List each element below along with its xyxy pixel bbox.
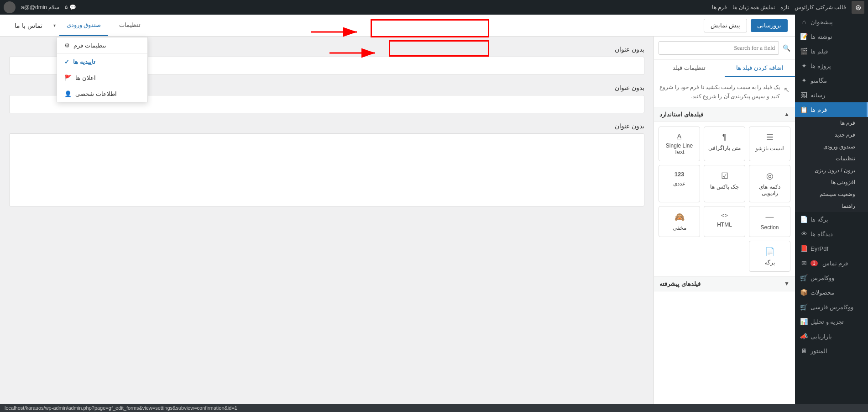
form-section-3: بدون عنوان [9,122,644,206]
sidebar-item-products[interactable]: محصولات 📦 [795,285,868,300]
forms-link[interactable]: فرم ها [712,4,727,11]
submenu-import-export[interactable]: برون / درون ریزی [795,164,868,176]
dropdown-confirmations[interactable]: تاییدیه ها ✓ [57,54,147,70]
collapse-advanced-icon: ▼ [784,280,790,287]
sidebar-label-monitor: المنتور [810,348,827,354]
dropdown-notifications[interactable]: اعلان ها 🚩 [57,70,147,86]
fields-panel: 🔍 اضافه کردن فیلد ها تنظیمات فیلد ↖ یک ف… [654,37,795,412]
field-section[interactable]: — Section [749,206,790,237]
wp-sidebar: پیشخوان ⌂ نوشته ها 📝 فیلم ها 🎬 پروژه ها … [795,15,868,412]
sidebar-item-projects[interactable]: پروژه ها ✦ [795,58,868,73]
field-paragraph[interactable]: ¶ متن پاراگرافی [704,127,745,161]
standard-fields-grid: ☰ لیست بازشو ¶ متن پاراگرافی A Single Li… [654,122,795,276]
sidebar-item-media[interactable]: رسانه 🖼 [795,88,868,102]
wp-logo[interactable]: ⊛ [852,1,864,14]
sidebar-item-eyepdf[interactable]: EyrPdf 📕 [795,241,868,256]
sidebar-item-pages[interactable]: برگه ها 📄 [795,212,868,227]
paragraph-icon: ¶ [722,132,727,142]
check-icon: ✓ [64,58,69,65]
dropdown-label-personal-data: اطلاعات شخصی [75,90,117,97]
sidebar-label-woo-fa: ووکامرس فارسی [810,304,853,311]
collapse-standard-icon: ▲ [784,111,790,117]
media-icon: 🖼 [800,91,808,99]
user-label[interactable]: سلام a@@dmin [21,4,59,11]
drag-arrow-icon: ↖ [784,84,790,96]
submenu-inbox[interactable]: صندوق ورودی [795,141,868,153]
field-html[interactable]: <> HTML [704,206,745,237]
sidebar-label-films: فیلم ها [810,48,828,55]
page-icon: 📄 [765,247,775,257]
sidebar-label-projects: پروژه ها [810,63,831,69]
products-icon: 📦 [800,289,808,296]
sidebar-item-woocommerce[interactable]: ووکامرس 🛒 [795,270,868,285]
field-list[interactable]: ☰ لیست بازشو [749,127,790,161]
form-name: تماس با ما [15,22,42,29]
field-page-label: برگه [765,259,775,266]
comments-icon[interactable]: 💬 ۵ [65,4,76,11]
field-single-line[interactable]: A Single Line Text [659,127,700,161]
submenu-new-form[interactable]: فرم جدید [795,129,868,141]
sidebar-item-analytics[interactable]: تجزیه و تحلیل 📊 [795,314,868,329]
form-field-3[interactable] [9,133,644,206]
sidebar-item-woo-fa[interactable]: ووکامرس فارسی 🛒 [795,300,868,314]
posts-icon: 📝 [800,33,808,40]
advanced-fields-header[interactable]: ▼ فیلدهای پیشرفته [654,276,795,291]
sidebar-label-products: محصولات [810,289,834,296]
films-icon: 🎬 [800,48,808,55]
sidebar-label-dashboard: پیشخوان [810,19,833,26]
panel-tab-add-fields[interactable]: اضافه کردن فیلد ها [725,60,795,77]
standard-fields-title: فیلدهای استاندارد [659,111,703,118]
sidebar-item-dashboard[interactable]: پیشخوان ⌂ [795,15,868,29]
sidebar-label-media: رسانه [810,92,825,99]
submenu-forms-list[interactable]: فرم ها [795,117,868,129]
sidebar-item-magazine[interactable]: مگامنو ✦ [795,73,868,88]
dropdown-arrow[interactable]: ▾ [53,23,56,28]
sidebar-item-posts[interactable]: نوشته ها 📝 [795,29,868,44]
search-input[interactable] [659,41,779,55]
sidebar-item-monitor[interactable]: المنتور 🖥 [795,343,868,358]
dropdown-personal-data[interactable]: اطلاعات شخصی 👤 [57,86,147,102]
radio-icon: ◎ [766,171,774,181]
sidebar-item-forms[interactable]: فرم ها 📋 [795,102,868,117]
submenu-system-status[interactable]: وضعیت سیستم [795,188,868,200]
update-button[interactable]: بروزسانی [751,19,788,32]
sidebar-label-pages: برگه ها [810,216,828,223]
sidebar-item-marketing[interactable]: بازاریابی 📣 [795,329,868,343]
submenu-settings[interactable]: تنظیمات [795,153,868,164]
projects-icon: ✦ [800,62,808,69]
sidebar-item-films[interactable]: فیلم ها 🎬 [795,44,868,58]
sidebar-item-contact[interactable]: فرم تماس 1 ✉ [795,256,868,270]
sidebar-label-views: دیدگاه ها [810,231,833,238]
top-toolbar: بروزسانی پیش نمایش تنظیمات صندوق ورودی ▾… [0,15,795,37]
field-page[interactable]: 📄 برگه [749,241,790,272]
dropdown-form-settings[interactable]: تنظیمات فرم ⚙ [57,37,147,53]
field-checkbox[interactable]: ☑ چک باکس ها [704,165,745,202]
field-radio[interactable]: ◎ دکمه های رادیویی [749,165,790,202]
site-name[interactable]: قالب شرکتی کارائوس [795,4,846,11]
adminbar-right: 💬 ۵ سلام a@@dmin [4,1,76,13]
flag-icon: 🚩 [64,74,72,81]
field-number-label: عددی [673,180,685,187]
standard-fields-header[interactable]: ▲ فیلدهای استاندارد [654,107,795,122]
submenu-help[interactable]: راهنما [795,200,868,212]
submenu-addons[interactable]: افزودنی ها [795,176,868,188]
field-hidden[interactable]: 🙈 مخفی [659,206,700,237]
tab-inbox[interactable]: صندوق ورودی [59,15,108,36]
view-all-langs[interactable]: نمایش همه زبان ها [732,4,775,11]
admin-bar: ⊛ قالب شرکتی کارائوس تازه نمایش همه زبان… [0,0,868,15]
preview-button[interactable]: پیش نمایش [704,19,747,32]
field-hidden-label: مخفی [673,225,686,231]
field-number[interactable]: 123 عددی [659,165,700,202]
dropdown-label-notifications: اعلان ها [75,74,96,81]
adminbar-left: ⊛ قالب شرکتی کارائوس تازه نمایش همه زبان… [712,1,864,14]
panel-tabs: اضافه کردن فیلد ها تنظیمات فیلد [654,60,795,77]
toolbar-tabs: تنظیمات صندوق ورودی ▾ تماس با ما تنظیمات… [7,15,148,36]
new-item[interactable]: تازه [780,4,789,11]
sidebar-item-views[interactable]: دیدگاه ها 👁 [795,227,868,241]
panel-tab-field-settings[interactable]: تنظیمات فیلد [654,60,725,77]
sidebar-label-posts: نوشته ها [810,33,832,40]
tab-settings[interactable]: تنظیمات [112,15,148,36]
field-section-label: Section [760,224,779,231]
monitor-icon: 🖥 [800,347,808,354]
helper-text-block: ↖ یک فیلد را به سمت راست بکشید تا فرم خو… [654,77,795,107]
